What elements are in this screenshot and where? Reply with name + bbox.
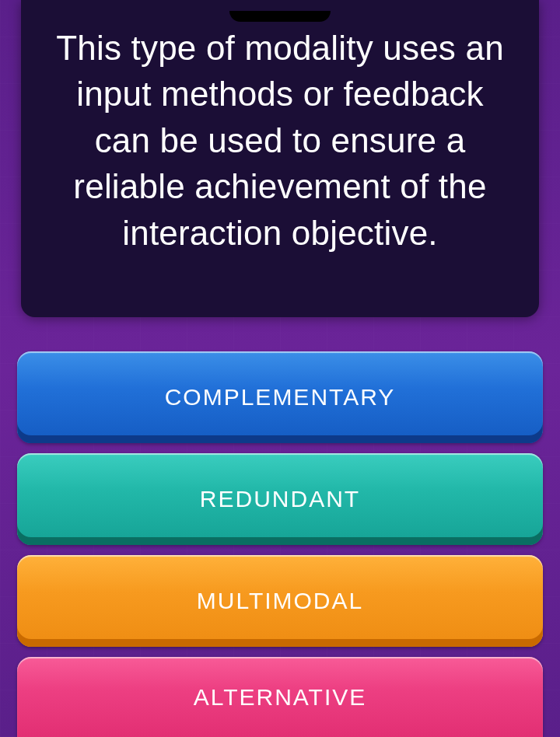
notch-decoration [229,11,331,22]
answers-list: COMPLEMENTARY REDUNDANT MULTIMODAL ALTER… [17,351,543,737]
quiz-screen: This type of modality uses an input meth… [0,0,560,737]
answer-option-redundant[interactable]: REDUNDANT [17,453,543,545]
question-text: This type of modality uses an input meth… [44,25,516,256]
answer-option-multimodal[interactable]: MULTIMODAL [17,555,543,647]
answer-label: ALTERNATIVE [194,684,367,711]
answer-label: REDUNDANT [200,486,360,512]
answer-label: MULTIMODAL [197,588,363,614]
question-card: This type of modality uses an input meth… [21,0,539,317]
answer-option-alternative[interactable]: ALTERNATIVE [17,657,543,737]
answer-label: COMPLEMENTARY [165,384,396,410]
answer-option-complementary[interactable]: COMPLEMENTARY [17,351,543,443]
